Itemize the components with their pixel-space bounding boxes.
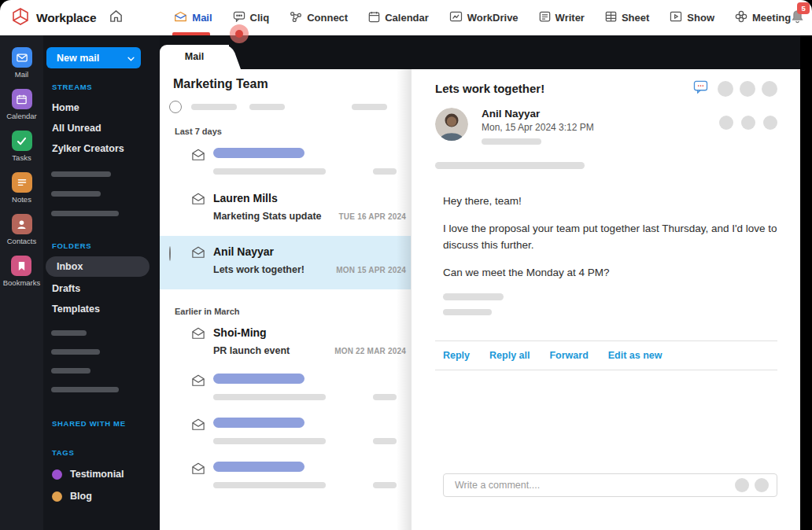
tab-strip: Mail <box>160 35 800 69</box>
list-title: Marketing Team <box>160 69 411 91</box>
bookmarks-icon <box>11 256 31 276</box>
forward-link[interactable]: Forward <box>549 350 588 361</box>
mail-date: MON 22 MAR 2024 <box>334 347 406 355</box>
action-placeholder-button[interactable] <box>741 116 755 130</box>
tag-label: Blog <box>70 491 92 502</box>
nav-item-meeting[interactable]: Meeting <box>735 0 791 35</box>
notifications-button[interactable]: 5 <box>791 9 804 27</box>
nav-item-writer[interactable]: Writer <box>539 0 585 35</box>
action-placeholder-button[interactable] <box>719 116 733 130</box>
divider <box>435 370 777 370</box>
nav-label: Connect <box>307 12 348 24</box>
mail-item-skeleton[interactable] <box>160 418 411 444</box>
skeleton-bar <box>51 330 87 336</box>
app-body: Mail Calendar Tasks Notes <box>0 35 800 530</box>
rail-item-tasks[interactable]: Tasks <box>12 131 32 162</box>
chevron-down-icon[interactable] <box>127 53 135 64</box>
reply-link[interactable]: Reply <box>443 350 470 361</box>
skeleton-bar <box>373 168 397 175</box>
mail-item-skeleton[interactable] <box>160 462 411 488</box>
sidebar-item-home[interactable]: Home <box>52 98 160 118</box>
rail-item-mail[interactable]: Mail <box>12 47 32 79</box>
skeleton-bar <box>213 418 304 428</box>
nav-item-workdrive[interactable]: WorkDrive <box>449 0 519 35</box>
tag-dot <box>52 469 62 480</box>
new-mail-button[interactable]: New mail <box>46 47 141 68</box>
nav-item-mail[interactable]: Mail <box>174 0 212 35</box>
rail-item-bookmarks[interactable]: Bookmarks <box>3 256 41 287</box>
comment-input[interactable] <box>444 480 735 491</box>
skeleton-bar <box>51 349 100 355</box>
mail-item-skeleton[interactable] <box>160 148 411 175</box>
tour-hotspot[interactable] <box>230 24 249 43</box>
rail-item-contacts[interactable]: Contacts <box>7 214 37 245</box>
streams-section-label: STREAMS <box>52 83 160 91</box>
tags-section-label: TAGS <box>52 448 160 457</box>
mail-checkbox[interactable] <box>169 246 171 261</box>
sidebar-item-drafts[interactable]: Drafts <box>52 278 160 299</box>
skeleton-bar <box>213 148 304 158</box>
action-placeholder-button[interactable] <box>762 81 777 97</box>
rail-item-calendar[interactable]: Calendar <box>6 89 37 120</box>
calendar-icon <box>368 11 380 25</box>
comment-placeholder-button[interactable] <box>755 478 769 492</box>
rail-item-notes[interactable]: Notes <box>12 172 32 204</box>
nav-item-sheet[interactable]: Sheet <box>605 0 649 35</box>
notes-icon <box>12 172 32 193</box>
connect-icon <box>290 11 302 25</box>
sidebar-item-all-unread[interactable]: All Unread <box>52 118 160 138</box>
edit-as-new-link[interactable]: Edit as new <box>608 350 663 361</box>
group-label: Last 7 days <box>160 127 411 136</box>
comment-placeholder-button[interactable] <box>735 478 749 492</box>
cliq-icon <box>233 11 245 24</box>
select-all-row <box>169 101 387 113</box>
mail-item-shoi-ming[interactable]: Shoi-Ming PR launch event MON 22 MAR 202… <box>160 326 411 356</box>
action-placeholder-button[interactable] <box>718 81 733 97</box>
mail-date: MON 15 APR 2024 <box>336 266 406 274</box>
tab-mail[interactable]: Mail <box>160 45 229 69</box>
mail-item-anil-nayyar[interactable]: Anil Nayyar Lets work together! MON 15 A… <box>160 236 411 289</box>
skeleton-bar <box>213 482 326 488</box>
select-all-checkbox[interactable] <box>169 101 182 113</box>
mail-item-lauren-mills[interactable]: Lauren Mills Marketing Stats update TUE … <box>160 192 411 222</box>
top-bar: Workplace Mail <box>0 0 812 35</box>
skeleton-bar <box>249 104 285 110</box>
tag-item-blog[interactable]: Blog <box>52 485 160 507</box>
rail-label: Bookmarks <box>3 278 41 287</box>
folders-section-label: FOLDERS <box>52 241 160 250</box>
sheet-icon <box>605 11 617 25</box>
rail-label: Contacts <box>7 237 37 245</box>
tag-dot <box>52 491 62 502</box>
tag-label: Testimonial <box>70 469 124 480</box>
action-placeholder-button[interactable] <box>740 81 755 97</box>
action-placeholder-button[interactable] <box>763 116 777 130</box>
skeleton-bar <box>213 438 326 444</box>
home-button[interactable] <box>109 9 124 27</box>
app-switcher-nav: Mail Cliq Conne <box>174 0 791 35</box>
nav-label: Meeting <box>752 12 791 24</box>
skeleton-bar <box>51 368 90 374</box>
nav-label: Mail <box>192 12 212 24</box>
comment-bar <box>443 473 777 497</box>
sender-name: Anil Nayyar <box>482 108 594 120</box>
nav-item-calendar[interactable]: Calendar <box>368 0 429 35</box>
nav-item-show[interactable]: Show <box>670 0 714 35</box>
comments-icon[interactable] <box>693 80 708 97</box>
tag-item-testimonial[interactable]: Testimonial <box>52 463 160 485</box>
skeleton-bar <box>435 162 585 169</box>
envelope-icon <box>191 148 213 175</box>
nav-item-connect[interactable]: Connect <box>290 0 348 35</box>
envelope-icon <box>191 418 213 444</box>
contacts-icon <box>12 214 32 234</box>
sidebar-item-inbox[interactable]: Inbox <box>46 256 149 277</box>
rail-label: Notes <box>12 195 31 204</box>
envelope-icon <box>191 245 213 275</box>
mail-item-skeleton[interactable] <box>160 374 411 400</box>
mail-subject: Marketing Stats update <box>213 211 322 222</box>
sidebar-item-zylker-creators[interactable]: Zylker Creators <box>52 138 160 159</box>
reply-all-link[interactable]: Reply all <box>489 350 530 361</box>
brand[interactable]: Workplace <box>0 7 96 29</box>
sidebar-item-templates[interactable]: Templates <box>52 299 160 319</box>
mail-sidebar: New mail STREAMS Home All Unread Zylker … <box>43 35 160 530</box>
tour-hotspot-core <box>235 30 243 38</box>
